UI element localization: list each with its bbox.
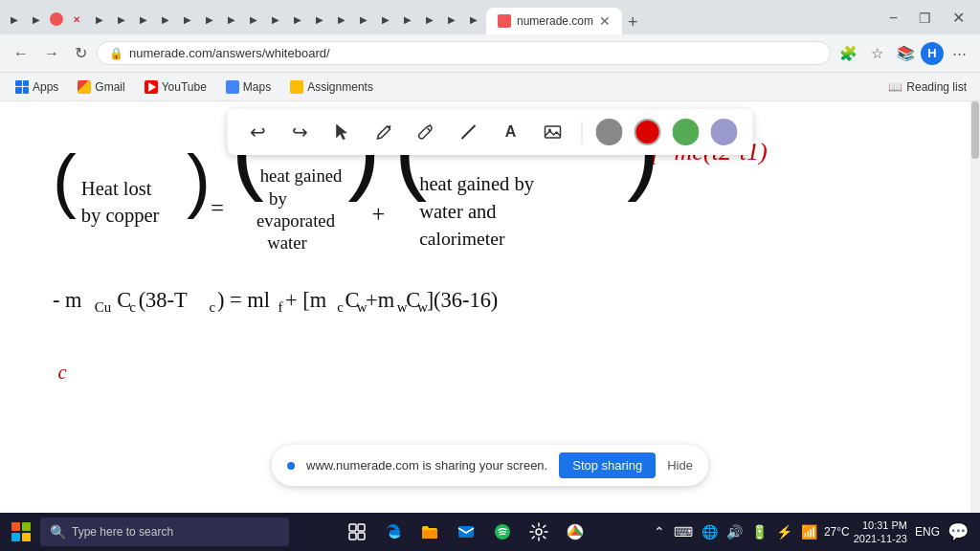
tab-media-7[interactable]: ▶ — [221, 6, 242, 33]
tab-media-8[interactable]: ▶ — [243, 6, 264, 33]
bookmark-gmail-label: Gmail — [95, 80, 124, 94]
svg-text:by: by — [269, 188, 287, 209]
svg-text:+m: +m — [366, 288, 395, 312]
search-icon: 🔍 — [50, 524, 66, 540]
reading-list-btn[interactable]: 📖 Reading list — [882, 78, 972, 96]
extensions-btn[interactable]: 🧩 — [835, 40, 861, 67]
bookmark-assignments-label: Assignments — [307, 80, 373, 94]
clock-date: 2021-11-23 — [854, 532, 907, 545]
network-icon[interactable]: 🌐 — [699, 522, 721, 541]
tab-media-12[interactable]: ▶ — [331, 6, 352, 33]
tab-media-5[interactable]: ▶ — [177, 6, 198, 33]
redo-btn[interactable]: ↪ — [285, 117, 316, 147]
color-green[interactable] — [673, 119, 700, 145]
color-gray[interactable] — [596, 119, 623, 145]
lock-icon: 🔒 — [109, 47, 123, 60]
profile-btn[interactable]: H — [921, 42, 944, 65]
tab-media-17[interactable]: ▶ — [441, 6, 462, 33]
svg-text:C: C — [345, 288, 360, 312]
speaker-icon[interactable]: 🔊 — [724, 522, 746, 541]
restore-btn[interactable]: ❐ — [909, 7, 941, 30]
active-tab[interactable]: numerade.com ✕ — [486, 8, 622, 34]
search-placeholder: Type here to search — [72, 525, 173, 539]
tab-media-10[interactable]: ▶ — [287, 6, 308, 33]
new-tab-button[interactable]: + — [622, 12, 644, 33]
tab-media-15[interactable]: ▶ — [397, 6, 418, 33]
reading-list-label: Reading list — [906, 80, 967, 94]
tab-media-9[interactable]: ▶ — [265, 6, 286, 33]
bookmark-assignments[interactable]: Assignments — [282, 78, 381, 96]
line-tool[interactable] — [454, 117, 484, 147]
chevron-up-icon[interactable]: ⌃ — [651, 522, 668, 541]
bookmark-maps[interactable]: Maps — [218, 78, 278, 96]
stop-sharing-btn[interactable]: Stop sharing — [559, 452, 656, 478]
minimize-btn[interactable]: − — [878, 6, 909, 31]
undo-btn[interactable]: ↩ — [243, 117, 274, 147]
notification-btn[interactable]: 💬 — [947, 521, 969, 542]
tb-task-view[interactable] — [340, 515, 374, 549]
tab-media-16[interactable]: ▶ — [419, 6, 440, 33]
collections-btn[interactable]: 📚 — [892, 40, 919, 67]
tb-chrome[interactable] — [558, 515, 592, 549]
more-btn[interactable]: ⋯ — [946, 40, 972, 67]
media-control-2[interactable]: ▶ — [26, 6, 47, 33]
bookmark-gmail[interactable]: Gmail — [70, 78, 132, 96]
hide-btn[interactable]: Hide — [667, 458, 693, 473]
taskbar-search[interactable]: 🔍 Type here to search — [40, 518, 289, 546]
tb-file-explorer[interactable] — [412, 515, 447, 549]
tb-settings[interactable] — [522, 515, 556, 549]
clock[interactable]: 10:31 PM 2021-11-23 — [854, 518, 907, 546]
taskbar-right: ⌃ ⌨ 🌐 🔊 🔋 ⚡ 📶 27°C 10:31 PM 2021-11-23 E… — [643, 518, 976, 546]
power-icon[interactable]: ⚡ — [773, 522, 795, 541]
screen-share-banner: www.numerade.com is sharing your screen.… — [272, 445, 708, 486]
bookmark-apps[interactable]: Apps — [8, 78, 66, 96]
tab-media-3[interactable]: ▶ — [133, 6, 154, 33]
back-btn[interactable]: ← — [8, 41, 34, 66]
pen-tool[interactable] — [369, 117, 400, 147]
temperature-display: 27°C — [824, 525, 850, 539]
tab-media-14[interactable]: ▶ — [375, 6, 396, 33]
tb-spotify[interactable] — [485, 515, 520, 549]
refresh-btn[interactable]: ↻ — [69, 40, 93, 66]
gmail-icon — [78, 80, 91, 94]
image-tool[interactable] — [538, 117, 568, 147]
bookmark-youtube-label: YouTube — [162, 80, 207, 94]
svg-text:(: ( — [53, 140, 77, 220]
color-purple[interactable] — [711, 119, 738, 145]
svg-text:f: f — [278, 299, 282, 315]
svg-text:(38-T: (38-T — [139, 288, 188, 312]
tab-media-6[interactable]: ▶ — [199, 6, 220, 33]
media-control-1[interactable]: ▶ — [4, 6, 25, 33]
favorites-btn[interactable]: ☆ — [863, 40, 890, 67]
media-control-3[interactable]: ✕ — [66, 6, 87, 33]
forward-btn[interactable]: → — [38, 41, 65, 66]
bookmarks-bar: Apps Gmail YouTube Maps Assignments 📖 Re… — [0, 73, 980, 101]
scrollbar-thumb[interactable] — [971, 101, 979, 159]
svg-rect-43 — [358, 533, 365, 540]
bookmark-youtube[interactable]: YouTube — [137, 78, 214, 96]
close-btn[interactable]: ✕ — [941, 5, 976, 31]
address-bar[interactable]: 🔒 numerade.com/answers/whiteboard/ — [97, 41, 831, 65]
network-wifi[interactable]: 📶 — [798, 522, 820, 541]
tab-media-2[interactable]: ▶ — [111, 6, 132, 33]
taskbar: 🔍 Type here to search — [0, 513, 980, 551]
text-tool[interactable]: A — [496, 117, 526, 147]
battery-icon[interactable]: 🔋 — [748, 522, 770, 541]
svg-text:c: c — [209, 299, 215, 315]
start-button[interactable] — [4, 515, 38, 549]
color-red[interactable] — [635, 119, 661, 145]
scrollbar[interactable] — [970, 101, 980, 513]
tab-media-1[interactable]: ▶ — [89, 6, 110, 33]
svg-text:=: = — [211, 195, 224, 221]
tb-mail[interactable] — [449, 515, 483, 549]
windows-logo — [11, 522, 31, 541]
tab-close-btn[interactable]: ✕ — [599, 13, 611, 29]
tab-media-18[interactable]: ▶ — [463, 6, 484, 33]
tab-media-13[interactable]: ▶ — [353, 6, 374, 33]
tb-edge[interactable] — [376, 515, 411, 549]
keyboard-icon[interactable]: ⌨ — [671, 522, 696, 541]
tab-media-4[interactable]: ▶ — [155, 6, 176, 33]
tools-btn[interactable] — [412, 117, 442, 147]
select-tool[interactable] — [327, 117, 358, 147]
tab-media-11[interactable]: ▶ — [309, 6, 330, 33]
